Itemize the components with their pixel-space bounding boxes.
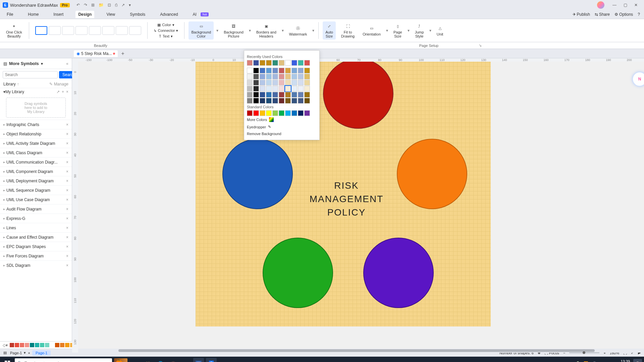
- color-swatch[interactable]: [266, 86, 272, 92]
- add-lib-icon[interactable]: ↗: [56, 89, 60, 94]
- color-swatch[interactable]: [304, 74, 310, 79]
- remove-background-button[interactable]: Remove Background: [247, 130, 317, 137]
- category-item[interactable]: ▸SDL Diagram×: [0, 260, 72, 270]
- color-swatch[interactable]: [260, 68, 265, 73]
- color-dropdown[interactable]: ▦ Color ▾: [152, 22, 180, 27]
- color-swatch[interactable]: [272, 98, 278, 104]
- color-swatch[interactable]: [298, 68, 304, 73]
- category-item[interactable]: ▸Object Relationship×: [0, 129, 72, 138]
- menu-symbols[interactable]: Symbols: [127, 11, 148, 18]
- color-swatch[interactable]: [304, 98, 310, 104]
- color-swatch[interactable]: [285, 110, 291, 116]
- color-swatch[interactable]: [285, 98, 291, 104]
- color-swatch[interactable]: [304, 60, 310, 66]
- borders-headers-button[interactable]: ▣ Borders and Headers: [254, 21, 279, 40]
- print-icon[interactable]: ⎙: [115, 3, 117, 7]
- color-swatch[interactable]: [260, 110, 265, 116]
- close-category-icon[interactable]: ×: [66, 226, 68, 230]
- beautify-preset-6[interactable]: [102, 26, 114, 35]
- color-swatch[interactable]: [279, 98, 284, 104]
- color-swatch[interactable]: [260, 60, 265, 66]
- close-category-icon[interactable]: ×: [66, 141, 68, 146]
- color-swatch[interactable]: [260, 74, 265, 79]
- color-swatch[interactable]: [291, 80, 297, 85]
- color-swatch[interactable]: [253, 86, 259, 92]
- manage-library-button[interactable]: ✎ Manage: [49, 82, 68, 86]
- bg-picture-dropdown-arrow[interactable]: ▾: [249, 28, 251, 33]
- palette-swatch[interactable]: [50, 343, 54, 347]
- orientation-button[interactable]: ▭ Orientation: [360, 23, 383, 38]
- close-category-icon[interactable]: ×: [66, 207, 68, 212]
- background-picture-button[interactable]: 🖼 Background Picture: [221, 21, 246, 40]
- fit-drawing-button[interactable]: ⛶ Fit to Drawing: [338, 21, 357, 40]
- edge-browser-icon[interactable]: 🌐: [155, 358, 166, 362]
- share-button[interactable]: ⇆ Share: [595, 12, 610, 17]
- borders-dropdown-arrow[interactable]: ▾: [282, 28, 284, 33]
- qat-icon[interactable]: ⊞: [91, 3, 95, 7]
- palette-swatch[interactable]: [40, 343, 44, 347]
- category-item[interactable]: ▸UML Sequence Diagram×: [0, 185, 72, 195]
- category-item[interactable]: ▸UML Component Diagram×: [0, 167, 72, 176]
- color-swatch[interactable]: [298, 110, 304, 116]
- shape-circle-blue[interactable]: [222, 139, 293, 209]
- color-swatch[interactable]: [291, 86, 297, 92]
- category-item[interactable]: ▸UML Use Case Diagram×: [0, 195, 72, 204]
- library-label[interactable]: Library: [3, 82, 16, 86]
- color-swatch[interactable]: [247, 110, 253, 116]
- color-swatch[interactable]: [291, 110, 297, 116]
- palette-anchor-icon[interactable]: ◇▾: [3, 343, 8, 348]
- close-category-icon[interactable]: ×: [66, 244, 68, 249]
- palette-swatch[interactable]: [25, 343, 29, 347]
- add-page-button[interactable]: +: [28, 351, 30, 355]
- file-explorer-icon[interactable]: 📁: [142, 358, 153, 362]
- color-swatch[interactable]: [247, 60, 253, 66]
- chrome-icon[interactable]: ◉: [180, 358, 191, 362]
- color-swatch[interactable]: [266, 98, 272, 104]
- color-swatch[interactable]: [247, 68, 253, 73]
- close-category-icon[interactable]: ×: [66, 263, 68, 268]
- edrawmax-taskbar-icon[interactable]: E: [206, 358, 217, 362]
- category-item[interactable]: ▸Cause and Effect Diagram×: [0, 232, 72, 242]
- color-swatch[interactable]: [253, 92, 259, 98]
- color-swatch[interactable]: [291, 98, 297, 104]
- color-swatch[interactable]: [260, 92, 265, 98]
- shape-circle-red[interactable]: [323, 62, 393, 129]
- page-dropdown-arrow[interactable]: ▾: [24, 351, 26, 355]
- watermark-dropdown-arrow[interactable]: ▾: [312, 28, 314, 33]
- maximize-button[interactable]: ▢: [623, 2, 628, 8]
- category-item[interactable]: ▸Five Forces Diagram×: [0, 251, 72, 260]
- background-color-button[interactable]: ▭ Background Color: [189, 21, 214, 40]
- canvas-page[interactable]: RISK MANAGEMENT POLICY: [196, 62, 491, 326]
- shape-circle-orange[interactable]: [397, 139, 467, 209]
- shape-circle-purple[interactable]: [363, 238, 434, 308]
- color-swatch[interactable]: [272, 92, 278, 98]
- color-swatch[interactable]: [247, 98, 253, 104]
- color-swatch[interactable]: [304, 80, 310, 85]
- color-swatch[interactable]: [253, 60, 259, 66]
- color-swatch[interactable]: [272, 110, 278, 116]
- palette-swatch[interactable]: [20, 343, 24, 347]
- library-up-icon[interactable]: ↑: [17, 82, 19, 86]
- color-swatch[interactable]: [291, 74, 297, 79]
- category-item[interactable]: ▸UML Class Diagram×: [0, 148, 72, 157]
- user-avatar[interactable]: [597, 1, 604, 9]
- color-swatch[interactable]: [304, 68, 310, 73]
- category-item[interactable]: ▸UML Deployment Diagram×: [0, 176, 72, 185]
- palette-swatch[interactable]: [55, 343, 59, 347]
- minimize-button[interactable]: —: [612, 2, 617, 8]
- color-swatch[interactable]: [279, 60, 284, 66]
- color-swatch[interactable]: [285, 86, 291, 92]
- text-dropdown[interactable]: T Text ▾: [152, 34, 180, 39]
- color-swatch[interactable]: [253, 68, 259, 73]
- palette-swatch[interactable]: [35, 343, 39, 347]
- color-swatch[interactable]: [266, 110, 272, 116]
- color-swatch[interactable]: [298, 98, 304, 104]
- options-button[interactable]: ⚙ Options: [614, 12, 633, 17]
- pagesize-dropdown-arrow[interactable]: ▾: [408, 28, 410, 33]
- close-category-icon[interactable]: ×: [66, 188, 68, 193]
- color-swatch[interactable]: [298, 80, 304, 85]
- page-list-icon[interactable]: ▤: [3, 351, 7, 355]
- document-tab[interactable]: ◉ 5 Step Risk Ma...: [74, 50, 118, 57]
- color-swatch[interactable]: [266, 60, 272, 66]
- taskbar-clock[interactable]: 13:39 26-10-2023: [611, 359, 630, 362]
